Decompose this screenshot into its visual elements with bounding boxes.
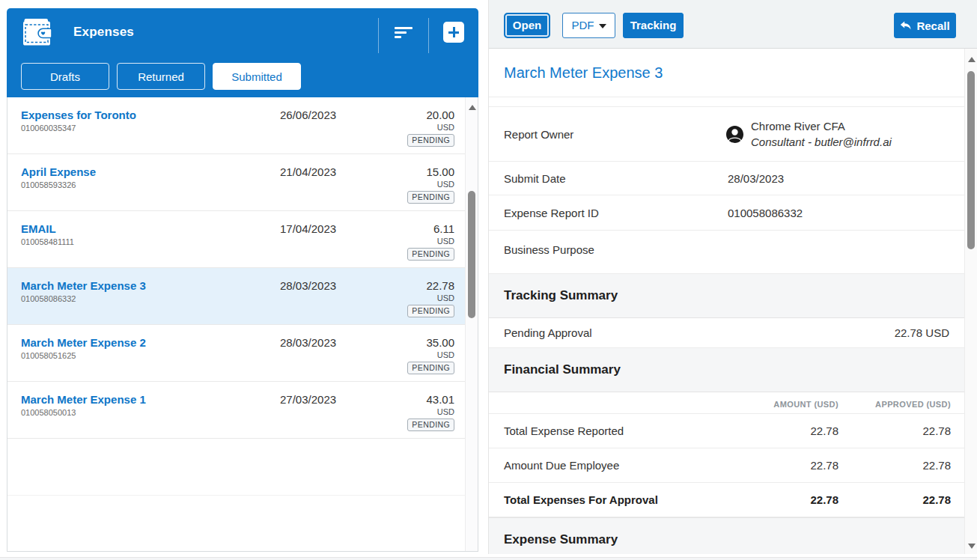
business-purpose-label: Business Purpose xyxy=(504,243,594,256)
report-id: 010058051625 xyxy=(21,351,478,360)
submit-date-label: Submit Date xyxy=(504,172,566,185)
business-purpose-row: Business Purpose xyxy=(489,230,964,274)
empty-list-row xyxy=(7,439,478,496)
tab-drafts[interactable]: Drafts xyxy=(21,63,109,90)
report-amount: 43.01 xyxy=(426,393,454,406)
report-list-item[interactable]: EMAIL01005848111117/04/20236.11USDPENDIN… xyxy=(7,211,478,268)
tracking-summary-title: Tracking Summary xyxy=(504,288,618,303)
panel-title: Expenses xyxy=(73,25,134,40)
wallet-icon xyxy=(23,18,53,46)
scroll-down-icon[interactable] xyxy=(968,544,976,549)
pending-approval-row: Pending Approval 22.78 USD xyxy=(489,318,964,348)
report-amount: 22.78 xyxy=(426,279,454,292)
expense-report-id-value: 010058086332 xyxy=(728,207,803,219)
submit-date-row: Submit Date 28/03/2023 xyxy=(489,161,964,195)
add-expense-button[interactable] xyxy=(443,22,464,43)
report-id: 010058593326 xyxy=(21,180,478,189)
report-id: 010060035347 xyxy=(21,124,478,133)
status-badge: PENDING xyxy=(407,305,454,317)
empty-list-row xyxy=(7,496,478,552)
financial-summary-row: Amount Due Employee22.7822.78 xyxy=(489,448,964,483)
tab-returned[interactable]: Returned xyxy=(117,63,205,90)
pending-approval-label: Pending Approval xyxy=(504,326,592,339)
recall-arrow-icon xyxy=(900,21,911,31)
expense-report-id-row: Expense Report ID 010058086332 xyxy=(489,195,964,230)
report-amount: 6.11 xyxy=(433,222,454,235)
report-date: 21/04/2023 xyxy=(280,165,336,178)
report-currency: USD xyxy=(437,350,454,359)
pdf-dropdown-button[interactable]: PDF xyxy=(562,13,615,38)
financial-row-label: Amount Due Employee xyxy=(504,459,619,472)
report-list-item[interactable]: Expenses for Toronto01006003534726/06/20… xyxy=(7,97,478,154)
financial-row-amount: 22.78 xyxy=(810,424,838,437)
sort-icon xyxy=(395,27,413,38)
list-scrollbar[interactable] xyxy=(465,97,478,552)
expense-report-list: Expenses for Toronto01006003534726/06/20… xyxy=(7,97,478,552)
financial-summary-title: Financial Summary xyxy=(504,362,621,377)
status-badge: PENDING xyxy=(407,419,454,431)
financial-row-approved: 22.78 xyxy=(922,424,951,437)
scrollbar-thumb[interactable] xyxy=(468,191,475,318)
scrollbar-thumb[interactable] xyxy=(967,71,975,249)
status-badge: PENDING xyxy=(407,134,454,147)
open-button[interactable]: Open xyxy=(504,13,550,38)
financial-summary-row: Total Expenses For Approval22.7822.78 xyxy=(489,483,964,517)
financial-summary-row: Total Expense Reported22.7822.78 xyxy=(489,414,964,448)
expense-tabs: DraftsReturnedSubmitted xyxy=(7,63,478,90)
report-list-item[interactable]: March Meter Expense 101005805001327/03/2… xyxy=(7,382,478,439)
financial-row-approved: 22.78 xyxy=(922,493,951,506)
status-badge: PENDING xyxy=(407,362,454,374)
report-name-link[interactable]: April Expense xyxy=(21,165,478,178)
report-owner-label: Report Owner xyxy=(504,128,573,141)
report-date: 28/03/2023 xyxy=(280,336,336,349)
financial-summary-header: Financial Summary xyxy=(489,348,964,392)
scroll-up-icon[interactable] xyxy=(469,105,476,110)
owner-name: Chrome River CFA xyxy=(751,118,892,134)
report-name-link[interactable]: March Meter Expense 3 xyxy=(21,279,478,292)
report-list-item[interactable]: April Expense01005859332621/04/202315.00… xyxy=(7,154,478,211)
detail-toolbar: Open PDF Tracking Recall xyxy=(489,0,977,49)
expense-summary-header: Expense Summary xyxy=(489,517,964,554)
report-amount: 35.00 xyxy=(426,336,454,349)
report-currency: USD xyxy=(437,293,454,302)
financial-row-amount: 22.78 xyxy=(810,493,838,506)
financial-row-label: Total Expenses For Approval xyxy=(504,493,658,506)
report-currency: USD xyxy=(437,237,454,246)
status-badge: PENDING xyxy=(407,248,454,261)
report-id: 010058086332 xyxy=(21,294,478,303)
report-id: 010058050013 xyxy=(21,408,478,417)
report-id: 010058481111 xyxy=(21,237,478,246)
scroll-up-icon[interactable] xyxy=(968,57,976,62)
financial-row-amount: 22.78 xyxy=(810,459,838,472)
report-name-link[interactable]: EMAIL xyxy=(21,222,478,235)
report-list-item[interactable]: March Meter Expense 301005808633228/03/2… xyxy=(7,268,478,325)
report-owner-row: Report Owner Chrome River CFA Consultant… xyxy=(489,106,964,161)
report-amount: 15.00 xyxy=(426,165,454,178)
recall-label: Recall xyxy=(916,19,949,32)
person-icon xyxy=(726,126,743,143)
status-badge: PENDING xyxy=(407,191,454,204)
financial-columns-row: AMOUNT (USD) APPROVED (USD) xyxy=(489,392,964,414)
amount-column-header: AMOUNT (USD) xyxy=(773,400,838,409)
chevron-down-icon xyxy=(599,24,606,28)
recall-button[interactable]: Recall xyxy=(894,13,956,38)
expenses-panel: Expenses DraftsReturnedSubmitted Expense… xyxy=(7,8,478,552)
tracking-button[interactable]: Tracking xyxy=(623,13,684,38)
detail-scrollbar[interactable] xyxy=(964,49,977,554)
expense-report-id-label: Expense Report ID xyxy=(504,207,599,219)
report-currency: USD xyxy=(437,123,454,132)
report-detail-panel: Open PDF Tracking Recall March Meter Exp… xyxy=(488,0,977,554)
financial-row-approved: 22.78 xyxy=(922,459,951,472)
report-date: 28/03/2023 xyxy=(280,279,336,292)
report-amount: 20.00 xyxy=(426,109,454,121)
tab-submitted[interactable]: Submitted xyxy=(213,63,301,90)
sort-button[interactable] xyxy=(379,8,428,56)
report-name-link[interactable]: Expenses for Toronto xyxy=(21,109,478,121)
expenses-panel-header: Expenses DraftsReturnedSubmitted xyxy=(7,8,478,97)
tracking-summary-header: Tracking Summary xyxy=(489,274,964,318)
report-name-link[interactable]: March Meter Expense 1 xyxy=(21,393,478,406)
report-name-link[interactable]: March Meter Expense 2 xyxy=(21,336,478,349)
report-title: March Meter Expense 3 xyxy=(504,64,663,82)
page-bottom-strip xyxy=(0,557,977,560)
report-list-item[interactable]: March Meter Expense 201005805162528/03/2… xyxy=(7,325,478,382)
